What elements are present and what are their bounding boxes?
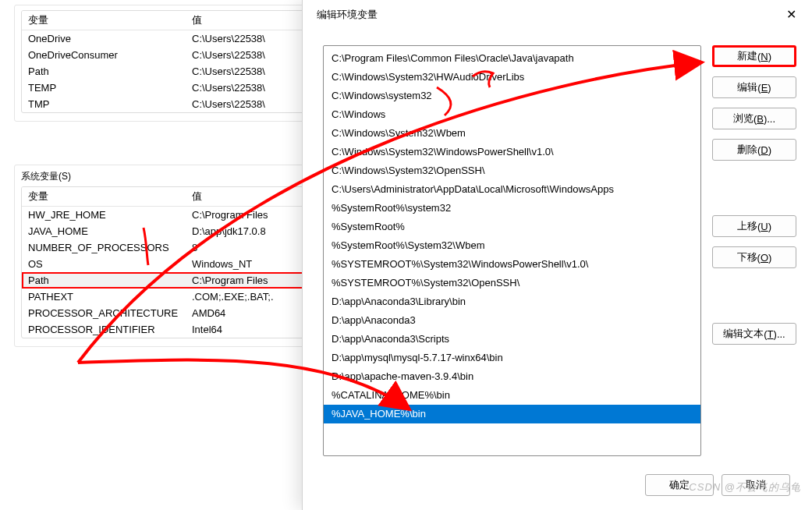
cell-variable: OS (22, 256, 186, 272)
list-item[interactable]: C:\Windows\system32 (324, 87, 700, 105)
edit-text-button[interactable]: 编辑文本(T)... (712, 323, 796, 345)
cell-variable: NUMBER_OF_PROCESSORS (22, 239, 186, 256)
edit-env-var-dialog: 编辑环境变量 ✕ C:\Program Files\Common Files\O… (302, 0, 812, 510)
path-entries-list[interactable]: C:\Program Files\Common Files\Oracle\Jav… (323, 45, 701, 456)
edit-button[interactable]: 编辑(E) (712, 76, 796, 98)
cell-variable: PROCESSOR_IDENTIFIER (22, 321, 186, 338)
header-variable: 变量 (22, 187, 186, 206)
move-up-button[interactable]: 上移(U) (712, 215, 796, 237)
cell-variable: JAVA_HOME (22, 223, 186, 239)
cell-variable: PATHEXT (22, 289, 186, 305)
list-item[interactable]: %SYSTEMROOT%\System32\OpenSSH\ (324, 274, 700, 292)
list-item[interactable]: %SystemRoot%\system32 (324, 199, 700, 218)
list-item[interactable]: C:\Program Files\Common Files\Oracle\Jav… (324, 49, 700, 68)
list-item[interactable]: C:\Windows\System32\OpenSSH\ (324, 161, 700, 180)
list-item[interactable]: C:\Windows\System32\WindowsPowerShell\v1… (324, 143, 700, 161)
cell-variable: TEMP (22, 80, 186, 96)
list-item[interactable]: D:\app\Anaconda3\Scripts (324, 330, 700, 349)
list-item[interactable]: %JAVA_HOME%\bin (324, 405, 700, 423)
list-item[interactable]: D:\app\Anaconda3\Library\bin (324, 292, 700, 311)
list-item[interactable]: D:\app\mysql\mysql-5.7.17-winx64\bin (324, 349, 700, 367)
new-button[interactable]: 新建(N) (712, 45, 796, 67)
delete-button[interactable]: 删除(D) (712, 139, 796, 161)
cell-variable: OneDriveConsumer (22, 47, 186, 63)
cell-variable: TMP (22, 96, 186, 112)
cell-variable: OneDrive (22, 30, 186, 47)
close-icon[interactable]: ✕ (780, 6, 803, 23)
browse-button[interactable]: 浏览(B)... (712, 108, 796, 129)
list-item[interactable]: %SystemRoot%\System32\Wbem (324, 236, 700, 255)
list-item[interactable]: %SYSTEMROOT%\System32\WindowsPowerShell\… (324, 255, 700, 274)
list-item[interactable]: %SystemRoot% (324, 218, 700, 236)
header-variable: 变量 (22, 11, 186, 30)
watermark: CSDN @不会飞的乌龟 (689, 480, 801, 494)
list-item[interactable]: C:\Windows (324, 105, 700, 124)
cell-variable: Path (22, 63, 186, 80)
list-item[interactable]: D:\app\Anaconda3 (324, 311, 700, 330)
list-item[interactable]: D:\app\apache-maven-3.9.4\bin (324, 367, 700, 386)
move-down-button[interactable]: 下移(O) (712, 246, 796, 268)
cell-variable: HW_JRE_HOME (22, 207, 186, 223)
dialog-titlebar: 编辑环境变量 ✕ (303, 0, 812, 30)
button-column: 新建(N) 编辑(E) 浏览(B)... 删除(D) 上移(U) 下移(O) 编… (712, 45, 796, 463)
cell-variable: Path (22, 272, 186, 289)
list-item[interactable]: C:\Windows\System32\Wbem (324, 124, 700, 143)
cell-variable: PROCESSOR_ARCHITECTURE (22, 305, 186, 321)
list-item[interactable]: C:\Windows\System32\HWAudioDriverLibs (324, 68, 700, 87)
list-item[interactable]: %CATALINA_HOME%\bin (324, 386, 700, 405)
list-item[interactable]: C:\Users\Administrator\AppData\Local\Mic… (324, 180, 700, 199)
dialog-title: 编辑环境变量 (317, 8, 378, 22)
